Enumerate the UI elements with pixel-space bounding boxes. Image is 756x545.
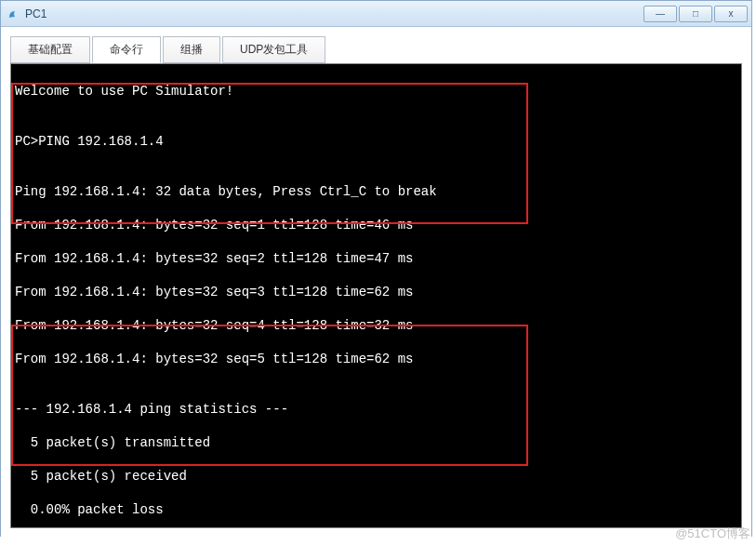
window-controls: — □ x: [642, 6, 748, 22]
terminal-line: 5 packet(s) received: [15, 468, 737, 485]
terminal-line: 5 packet(s) transmitted: [15, 434, 737, 451]
terminal-line: From 192.168.1.4: bytes=32 seq=1 ttl=128…: [15, 217, 737, 233]
watermark: @51CTO博客: [675, 525, 750, 542]
window-title: PC1: [25, 7, 642, 20]
tab-basic-config[interactable]: 基础配置: [10, 36, 90, 63]
terminal-line: 0.00% packet loss: [15, 501, 737, 518]
terminal-line: Welcome to use PC Simulator!: [15, 83, 737, 100]
minimize-button[interactable]: —: [643, 6, 677, 22]
terminal-line: From 192.168.1.4: bytes=32 seq=5 ttl=128…: [15, 351, 737, 367]
highlight-box-ping-success: [11, 83, 528, 224]
tab-udp-packet-tool[interactable]: UDP发包工具: [222, 36, 325, 63]
terminal-panel: Welcome to use PC Simulator! PC>PING 192…: [1, 63, 751, 538]
terminal-line: PC>PING 192.168.1.4: [15, 133, 737, 150]
titlebar: PC1 — □ x: [1, 1, 751, 27]
terminal-line: --- 192.168.1.4 ping statistics ---: [15, 401, 737, 418]
window: PC1 — □ x 基础配置 命令行 组播 UDP发包工具 Welcome to…: [0, 0, 752, 537]
maximize-button[interactable]: □: [679, 6, 712, 22]
terminal-line: From 192.168.1.4: bytes=32 seq=3 ttl=128…: [15, 284, 737, 300]
terminal-line: From 192.168.1.4: bytes=32 seq=4 ttl=128…: [15, 317, 737, 334]
tab-multicast[interactable]: 组播: [163, 36, 220, 63]
tab-command-line[interactable]: 命令行: [92, 36, 161, 63]
terminal-line: From 192.168.1.4: bytes=32 seq=2 ttl=128…: [15, 250, 737, 267]
terminal-line: Ping 192.168.1.4: 32 data bytes, Press C…: [15, 183, 737, 200]
tab-bar: 基础配置 命令行 组播 UDP发包工具: [1, 27, 751, 63]
close-button[interactable]: x: [714, 6, 748, 22]
app-icon: [7, 7, 21, 21]
terminal[interactable]: Welcome to use PC Simulator! PC>PING 192…: [10, 63, 742, 528]
